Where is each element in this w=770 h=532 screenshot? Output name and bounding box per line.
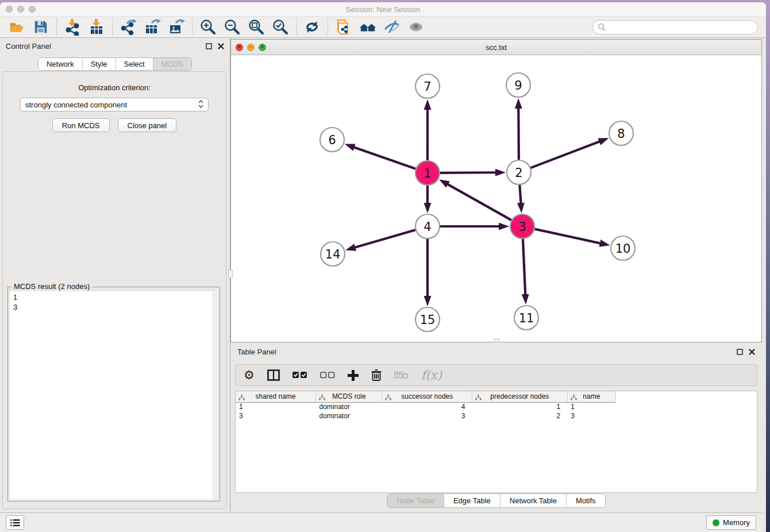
chevron-up-down-icon xyxy=(198,100,203,110)
table-cell[interactable]: 1 xyxy=(472,402,568,411)
open-file-icon[interactable] xyxy=(8,18,25,36)
canvas-split-handle[interactable] xyxy=(494,338,499,342)
tab-edge-table[interactable]: Edge Table xyxy=(444,494,500,507)
close-table-panel-icon[interactable] xyxy=(749,349,755,355)
column-header[interactable]: successor nodes xyxy=(382,391,472,402)
node-table: shared nameMCDS rolesuccessor nodesprede… xyxy=(235,391,757,493)
task-history-button[interactable] xyxy=(6,515,24,530)
export-table-icon[interactable] xyxy=(144,18,161,36)
memory-status-icon xyxy=(713,519,719,526)
graph-edge-4-14[interactable] xyxy=(355,230,415,248)
select-all-icon[interactable] xyxy=(292,368,307,383)
table-body: 1dominator4113dominator323 xyxy=(236,402,616,421)
hierarchy-icon xyxy=(238,394,245,402)
graph-edge-1-2[interactable] xyxy=(440,172,496,173)
table-row[interactable]: 1dominator411 xyxy=(236,402,616,411)
graph-edge-3-1[interactable] xyxy=(448,184,511,221)
first-neighbors-icon[interactable] xyxy=(359,18,376,36)
table-cell[interactable]: 3 xyxy=(382,411,472,421)
split-pane-handle[interactable] xyxy=(228,270,233,278)
close-panel-button[interactable]: Close panel xyxy=(118,118,177,132)
float-panel-icon[interactable] xyxy=(206,43,212,49)
table-cell[interactable]: 1 xyxy=(236,402,316,411)
memory-button[interactable]: Memory xyxy=(706,515,756,530)
graph-node-label-2: 2 xyxy=(515,166,522,180)
mcds-result-group: MCDS result (2 nodes) 1 3 xyxy=(7,287,220,502)
graph-edge-2-3[interactable] xyxy=(519,185,521,203)
hierarchy-icon xyxy=(385,394,391,402)
search-field[interactable] xyxy=(592,20,758,34)
graph-node-label-7: 7 xyxy=(424,80,431,94)
tab-select[interactable]: Select xyxy=(116,58,153,70)
column-header[interactable]: predecessor nodes xyxy=(472,391,568,402)
add-column-icon[interactable] xyxy=(348,368,359,383)
table-cell[interactable]: 3 xyxy=(236,411,316,421)
tab-motifs[interactable]: Motifs xyxy=(567,494,605,507)
table-panel-title: Table Panel xyxy=(237,348,276,356)
save-session-icon[interactable] xyxy=(32,18,49,36)
graph-node-label-1: 1 xyxy=(424,167,431,180)
delete-column-icon[interactable] xyxy=(371,368,382,383)
mcds-tab-content: Optimization criterion: strongly connect… xyxy=(2,71,226,509)
export-image-icon[interactable] xyxy=(168,18,185,36)
network-canvas[interactable]: 7968124314101511 xyxy=(231,55,761,342)
hierarchy-icon xyxy=(571,394,577,402)
tab-network-table[interactable]: Network Table xyxy=(500,494,567,507)
graph-edge-2-8[interactable] xyxy=(531,141,600,168)
mcds-result-text[interactable]: 1 3 xyxy=(10,291,213,499)
network-from-selection-icon[interactable] xyxy=(335,18,352,36)
column-header[interactable]: shared name xyxy=(236,391,316,402)
show-all-icon[interactable] xyxy=(407,18,425,36)
optimization-criterion-select[interactable]: strongly connected component xyxy=(20,98,209,111)
table-row[interactable]: 3dominator323 xyxy=(236,411,616,421)
graph-edge-3-11[interactable] xyxy=(523,239,525,295)
table-cell[interactable]: dominator xyxy=(316,402,382,411)
main-toolbar xyxy=(0,16,766,38)
table-cell[interactable]: 2 xyxy=(472,411,568,421)
column-header[interactable]: MCDS role xyxy=(316,391,382,402)
import-network-icon[interactable] xyxy=(64,18,81,36)
table-header-row[interactable]: shared nameMCDS rolesuccessor nodesprede… xyxy=(236,391,616,402)
deselect-all-icon[interactable] xyxy=(320,368,335,383)
apply-layout-icon[interactable] xyxy=(303,18,321,36)
graph-node-label-14: 14 xyxy=(325,248,341,261)
zoom-out-icon[interactable] xyxy=(224,18,241,36)
graph-edge-3-10[interactable] xyxy=(534,229,600,244)
table-cell[interactable]: 4 xyxy=(382,402,472,411)
column-selector-icon[interactable] xyxy=(267,368,280,383)
table-toolbar: ⚙ xyxy=(235,364,757,386)
table-cell[interactable]: 3 xyxy=(567,411,615,421)
graph-edge-1-6[interactable] xyxy=(354,147,415,169)
status-bar: Memory xyxy=(0,512,762,532)
zoom-in-icon[interactable] xyxy=(199,18,217,36)
table-cell[interactable]: 1 xyxy=(567,402,615,411)
hide-selected-icon[interactable] xyxy=(383,18,401,36)
result-scrollbar[interactable] xyxy=(213,291,218,499)
close-panel-icon[interactable] xyxy=(218,43,224,49)
graph-edge-2-9[interactable] xyxy=(518,108,519,160)
search-input[interactable] xyxy=(609,23,753,32)
tab-network[interactable]: Network xyxy=(38,58,83,70)
mcds-result-title: MCDS result (2 nodes) xyxy=(11,282,92,291)
function-builder-icon[interactable]: f(x) xyxy=(421,368,442,383)
run-mcds-button[interactable]: Run MCDS xyxy=(52,118,110,132)
tab-node-table[interactable]: Node Table xyxy=(387,494,444,507)
column-header[interactable]: name xyxy=(567,391,615,402)
export-network-icon[interactable] xyxy=(120,18,137,36)
delete-table-icon[interactable] xyxy=(394,368,409,383)
control-panel: Control Panel Network Style Select MCDS … xyxy=(0,38,230,512)
network-canvas-svg: 7968124314101511 xyxy=(231,55,761,342)
graph-node-label-6: 6 xyxy=(328,133,336,147)
list-icon xyxy=(10,519,20,527)
tab-style[interactable]: Style xyxy=(83,58,116,70)
import-table-icon[interactable] xyxy=(88,18,105,36)
table-cell[interactable]: dominator xyxy=(316,411,382,421)
table-settings-icon[interactable]: ⚙ xyxy=(244,368,255,383)
graph-node-label-3: 3 xyxy=(518,220,526,234)
hierarchy-icon xyxy=(319,394,325,402)
tab-mcds[interactable]: MCDS xyxy=(153,58,191,70)
zoom-selected-icon[interactable] xyxy=(272,18,289,36)
control-panel-tabs: Network Style Select MCDS xyxy=(0,57,230,71)
zoom-fit-icon[interactable] xyxy=(248,18,265,36)
float-table-panel-icon[interactable] xyxy=(737,349,743,355)
